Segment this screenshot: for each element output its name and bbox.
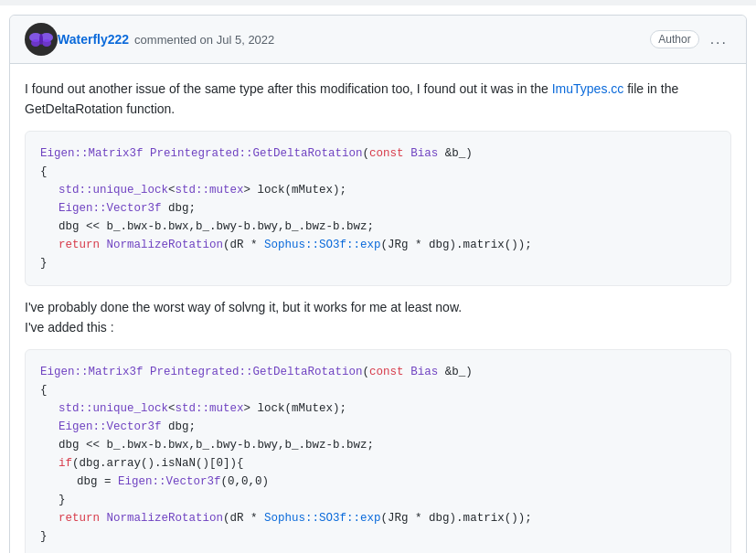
svg-point-5 [39, 34, 43, 45]
paragraph-2: I've probably done the worst way of solv… [25, 297, 731, 338]
code-line: return NormalizeRotation(dR * Sophus::SO… [40, 509, 716, 527]
svg-point-3 [31, 39, 40, 47]
code-line: return NormalizeRotation(dR * Sophus::SO… [40, 236, 716, 254]
code-line: } [40, 491, 716, 509]
comment-action: commented on Jul 5, 2022 [134, 33, 274, 47]
code-line: std::unique_lock<std::mutex> lock(mMutex… [40, 181, 716, 199]
code-line: Eigen::Vector3f dbg; [40, 199, 716, 218]
top-divider [0, 0, 756, 5]
code-line: { [40, 381, 716, 399]
code-line: } [40, 254, 716, 272]
code-line: Eigen::Matrix3f Preintegrated::GetDeltaR… [40, 144, 716, 163]
code-line: dbg << b_.bwx-b.bwx,b_.bwy-b.bwy,b_.bwz-… [40, 218, 716, 236]
code-line: dbg << b_.bwx-b.bwx,b_.bwy-b.bwy,b_.bwz-… [40, 436, 716, 454]
code-line: if(dbg.array().isNaN()[0]){ [40, 454, 716, 473]
code-line: Eigen::Matrix3f Preintegrated::GetDeltaR… [40, 363, 716, 381]
code-block-1: Eigen::Matrix3f Preintegrated::GetDeltaR… [25, 131, 731, 286]
svg-point-4 [42, 39, 51, 47]
code-line: { [40, 163, 716, 181]
code-line: std::unique_lock<std::mutex> lock(mMutex… [40, 399, 716, 418]
header-meta: Waterfly222 commented on Jul 5, 2022 [58, 32, 650, 47]
code-line: dbg = Eigen::Vector3f(0,0,0) [40, 473, 716, 491]
page-wrapper: Waterfly222 commented on Jul 5, 2022 Aut… [0, 0, 756, 553]
username[interactable]: Waterfly222 [58, 32, 129, 47]
paragraph-1: I found out another issue of the same ty… [25, 79, 731, 120]
author-badge: Author [650, 30, 698, 48]
imu-types-link[interactable]: ImuTypes.cc [552, 81, 624, 96]
comment-header: Waterfly222 commented on Jul 5, 2022 Aut… [10, 16, 746, 64]
code-line: Eigen::Vector3f dbg; [40, 418, 716, 436]
code-block-2: Eigen::Matrix3f Preintegrated::GetDeltaR… [25, 349, 731, 553]
code-line: } [40, 527, 716, 546]
comment-body: I found out another issue of the same ty… [10, 64, 746, 553]
more-options-button[interactable]: ... [707, 29, 731, 49]
avatar [25, 23, 58, 56]
comment-container: Waterfly222 commented on Jul 5, 2022 Aut… [9, 15, 747, 553]
header-actions: Author ... [650, 29, 731, 49]
